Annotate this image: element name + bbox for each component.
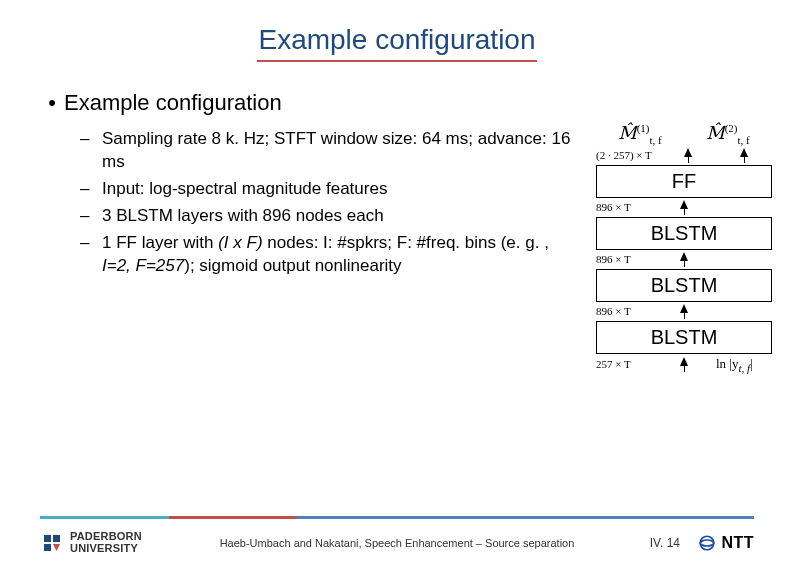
bullet-l1-text: Example configuration [64,90,282,116]
bullet-level2: – Input: log-spectral magnitude features [80,178,580,201]
arrow-up-icon [652,252,716,267]
bullet-level2: – 1 FF layer with (I x F) nodes: I: #spk… [80,232,580,278]
dim-label: 896 × T [596,305,652,317]
arrow-up-icon [652,304,716,319]
blstm-layer-block: BLSTM [596,321,772,354]
footer-divider [40,516,754,519]
blstm-layer-block: BLSTM [596,217,772,250]
svg-point-0 [701,536,715,550]
bullet-l2-text: Input: log-spectral magnitude features [102,178,387,201]
bullet-dash: – [80,178,102,201]
arrow-up-icon [716,148,772,163]
title-underline [257,60,537,62]
slide-title: Example configuration [0,24,794,56]
output-mask-2: M̂(2)t, f [706,122,750,146]
ntt-text: NTT [721,534,754,552]
dim-label: (2 · 257) × T [596,149,660,161]
svg-point-1 [701,540,715,546]
bullet-l2-text: Sampling rate 8 k. Hz; STFT window size:… [102,128,580,174]
bullet-l2-text: 3 BLSTM layers with 896 nodes each [102,205,384,228]
input-formula: ln |yt, f| [716,356,772,374]
output-mask-1: M̂(1)t, f [618,122,662,146]
page-number: IV. 14 [650,536,680,550]
network-diagram: M̂(1)t, f M̂(2)t, f (2 · 257) × T FF 896… [596,122,772,373]
bullet-dash: – [80,128,102,174]
bullet-level2: – 3 BLSTM layers with 896 nodes each [80,205,580,228]
ntt-icon [698,534,716,552]
dim-label: 896 × T [596,253,652,265]
ntt-logo: NTT [698,534,754,552]
arrow-up-icon [652,200,716,215]
arrow-up-icon [652,357,716,372]
dim-label: 257 × T [596,358,652,370]
bullet-l2-text: 1 FF layer with (I x F) nodes: I: #spkrs… [102,232,580,278]
arrow-up-icon [660,148,716,163]
body-text: • Example configuration – Sampling rate … [40,82,580,282]
bullet-dash: – [80,232,102,278]
dim-label: 896 × T [596,201,652,213]
bullet-dot: • [40,90,64,116]
blstm-layer-block: BLSTM [596,269,772,302]
footer: PADERBORN UNIVERSITY Haeb-Umbach and Nak… [0,525,794,561]
bullet-level1: • Example configuration [40,90,580,116]
bullet-level2: – Sampling rate 8 k. Hz; STFT window siz… [80,128,580,174]
ff-layer-block: FF [596,165,772,198]
bullet-dash: – [80,205,102,228]
